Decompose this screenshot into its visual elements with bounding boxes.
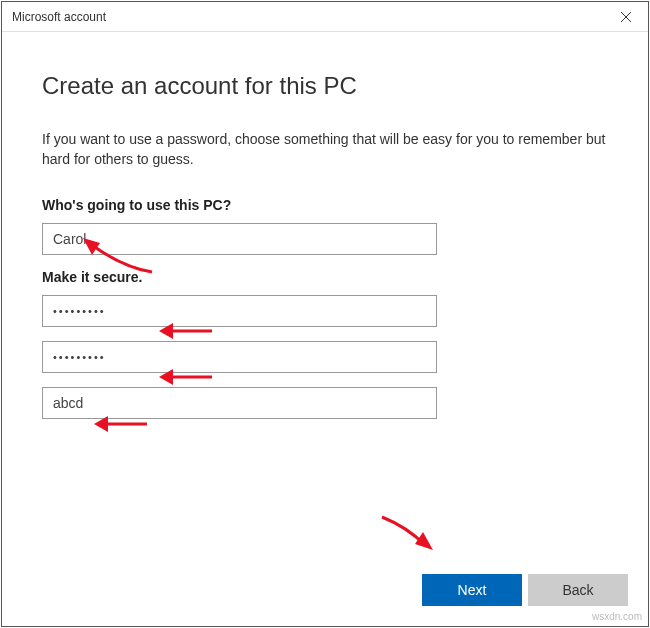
password-hint-input[interactable] [42,387,437,419]
window-title: Microsoft account [2,10,603,24]
password-input[interactable] [42,295,437,327]
svg-marker-9 [415,532,433,550]
page-heading: Create an account for this PC [42,72,608,100]
username-section-label: Who's going to use this PC? [42,197,608,213]
watermark-text: wsxdn.com [592,611,642,622]
content-area: Create an account for this PC If you wan… [2,32,648,574]
secure-section-label: Make it secure. [42,269,608,285]
footer-buttons: Next Back [2,574,648,626]
annotation-arrow-icon [377,512,437,552]
dialog-window: Microsoft account Create an account for … [1,1,649,627]
titlebar: Microsoft account [2,2,648,32]
confirm-password-input[interactable] [42,341,437,373]
back-button[interactable]: Back [528,574,628,606]
next-button[interactable]: Next [422,574,522,606]
username-input[interactable] [42,223,437,255]
close-button[interactable] [603,2,648,32]
page-description: If you want to use a password, choose so… [42,130,608,169]
close-icon [621,12,631,22]
